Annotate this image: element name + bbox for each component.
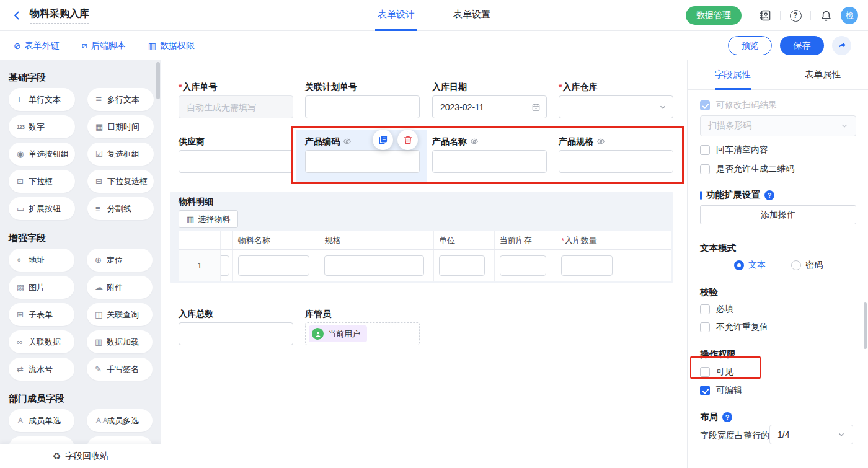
add-action-button[interactable]: 添加操作 (700, 205, 856, 224)
warehouse-select[interactable] (559, 95, 673, 118)
inbound-no-input (179, 95, 293, 118)
external-link-button[interactable]: ⊘ 表单外链 (14, 40, 60, 51)
option-clear-on-enter[interactable]: 回车清空内容 (700, 144, 768, 156)
trash-icon (403, 135, 413, 145)
delete-field-button[interactable] (397, 130, 418, 150)
field-width-select[interactable]: 1/4 (769, 425, 853, 444)
form-toolbar: ⊘ 表单外链 ⧄ 后端脚本 ▥ 数据权限 预览 保存 (0, 31, 868, 60)
tab-form-settings[interactable]: 表单设置 (451, 0, 493, 31)
data-manage-button[interactable]: 数据管理 (686, 6, 742, 25)
option-editable[interactable]: 可编辑 (700, 385, 742, 396)
product-name-input[interactable] (432, 150, 547, 173)
checkbox-clear-on-enter[interactable] (700, 145, 710, 155)
person-icon: ♙ (17, 416, 29, 425)
link-data-icon: ∞ (17, 337, 29, 347)
field-plan-no: 关联计划单号 (305, 82, 420, 118)
inbound-total-input[interactable] (179, 322, 293, 345)
preview-button[interactable]: 预览 (728, 36, 772, 55)
sidebar-item-serial-number[interactable]: ⇄流水号 (9, 358, 74, 381)
sidebar-item-select[interactable]: ⊡下拉框 (9, 170, 75, 193)
sidebar-item-extend-button[interactable]: ▭扩展按钮 (9, 197, 75, 220)
data-permission-icon: ▥ (148, 41, 156, 51)
copy-field-button[interactable] (373, 130, 393, 150)
help-icon[interactable]: ? (789, 9, 802, 22)
sidebar-item-address[interactable]: ⌖地址 (9, 249, 74, 272)
page-title[interactable]: 物料采购入库 (30, 7, 89, 24)
scan-type-select: 扫描条形码 (700, 115, 856, 136)
checkbox-visible[interactable] (700, 367, 710, 377)
checkbox-icon: ☑ (95, 149, 107, 159)
help-icon[interactable]: ? (722, 412, 732, 422)
back-icon[interactable] (11, 10, 22, 21)
field-supplier: 供应商 (179, 136, 293, 173)
sidebar-item-divider-line[interactable]: ≡分割线 (87, 197, 154, 220)
subform-material-detail[interactable]: 物料明细 ▥ 选择物料 物料名称 规格 单位 当前库存 *入库数量 1 (170, 192, 673, 283)
unit-input[interactable] (439, 255, 485, 276)
panel-scrollbar[interactable] (864, 302, 867, 349)
spec-input[interactable] (324, 255, 424, 276)
inbound-date-input[interactable] (432, 95, 547, 118)
keeper-member-field[interactable]: 当前用户 (305, 322, 420, 345)
sidebar-item-multi-line-text[interactable]: ≣多行文本 (87, 88, 154, 111)
lookup-icon: ◫ (95, 310, 107, 319)
avatar[interactable]: 检 (841, 7, 858, 24)
select-material-button[interactable]: ▥ 选择物料 (179, 210, 238, 228)
field-product-name: 产品名称 (432, 136, 547, 173)
tab-form-design[interactable]: 表单设计 (375, 0, 417, 31)
sidebar-item-data-load[interactable]: ▥数据加载 (87, 330, 153, 353)
sidebar-item-lookup-query[interactable]: ◫关联查询 (87, 303, 153, 326)
sidebar-item-datetime[interactable]: ▦日期时间 (87, 115, 154, 138)
option-no-duplicate[interactable]: 不允许重复值 (700, 322, 768, 333)
sidebar-item-checkbox-group[interactable]: ☑复选框组 (87, 143, 154, 166)
sidebar-item-member-multi[interactable]: ♙♙成员多选 (87, 409, 153, 432)
checkbox-no-duplicate[interactable] (700, 322, 710, 332)
product-code-input[interactable] (305, 150, 420, 173)
checkbox-allow-qrcode[interactable] (700, 164, 710, 174)
sidebar-item-location[interactable]: ⊕定位 (87, 249, 153, 272)
plan-no-input[interactable] (305, 95, 420, 118)
sidebar-item-member-single[interactable]: ♙成员单选 (9, 409, 74, 432)
checkbox-editable[interactable] (700, 386, 710, 395)
radio-text-mode-text[interactable]: 文本 (734, 260, 766, 271)
help-icon[interactable]: ? (764, 190, 774, 200)
sidebar-item-multi-select[interactable]: ⊟下拉复选框 (87, 170, 154, 193)
tab-form-properties[interactable]: 表单属性 (778, 60, 868, 89)
radio-icon (791, 260, 801, 270)
current-stock-input[interactable] (500, 255, 547, 276)
sidebar-item-subform[interactable]: ⊞子表单 (9, 303, 74, 326)
share-button[interactable] (832, 36, 851, 55)
material-name-input[interactable] (238, 255, 310, 276)
divider (780, 11, 781, 20)
clipped-cell-input[interactable] (221, 255, 229, 276)
sidebar-scrollbar[interactable] (156, 62, 160, 99)
sidebar-item-number[interactable]: 123数字 (9, 115, 75, 138)
sidebar-item-attachment[interactable]: ☁附件 (87, 276, 153, 299)
save-button[interactable]: 保存 (780, 36, 824, 55)
field-product-spec: 产品规格 (559, 136, 673, 173)
sidebar-item-single-line-text[interactable]: T单行文本 (9, 88, 75, 111)
inbound-qty-input[interactable] (561, 255, 613, 276)
supplier-input[interactable] (179, 150, 293, 173)
subform-icon: ⊞ (17, 310, 29, 319)
option-allow-qrcode[interactable]: 是否允许生成二维码 (700, 164, 794, 175)
sidebar-item-image[interactable]: ▨图片 (9, 276, 74, 299)
user-avatar-icon (312, 328, 324, 340)
cloud-upload-icon: ☁ (95, 283, 107, 292)
sidebar-item-radio-group[interactable]: ◉单选按钮组 (9, 143, 75, 166)
single-line-text-icon: T (17, 95, 29, 104)
subform-title: 物料明细 (179, 196, 213, 208)
option-visible[interactable]: 可见 (700, 366, 733, 377)
option-required[interactable]: 必填 (700, 304, 733, 315)
tab-field-properties[interactable]: 字段属性 (688, 60, 778, 89)
contact-book-icon[interactable] (758, 9, 772, 22)
column-header-clipped (221, 231, 233, 249)
notification-bell-icon[interactable] (819, 9, 833, 22)
sidebar-item-linked-data[interactable]: ∞关联数据 (9, 330, 74, 353)
backend-script-button[interactable]: ⧄ 后端脚本 (82, 40, 126, 51)
checkbox-required[interactable] (700, 304, 710, 314)
field-recycle-bin-button[interactable]: ♻ 字段回收站 (0, 444, 161, 468)
product-spec-input[interactable] (559, 150, 673, 173)
radio-text-mode-password[interactable]: 密码 (791, 260, 823, 271)
sidebar-item-signature[interactable]: ✎手写签名 (87, 358, 153, 381)
data-permission-button[interactable]: ▥ 数据权限 (148, 40, 195, 51)
